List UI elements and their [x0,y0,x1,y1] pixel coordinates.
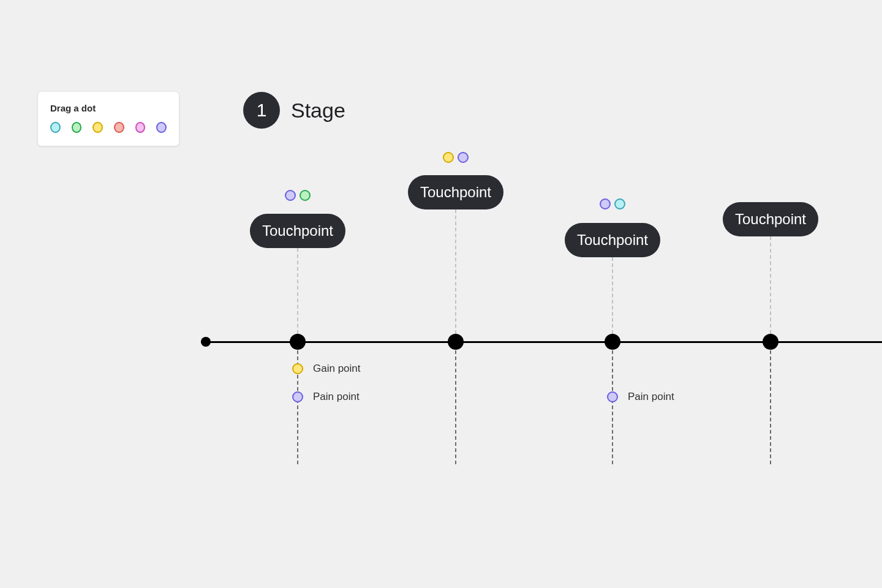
dot-violet-icon [292,391,303,402]
timeline-node[interactable] [290,334,306,350]
palette-dot-coral[interactable] [114,122,124,133]
timeline-node[interactable] [605,334,620,350]
touchpoint-label: Touchpoint [262,222,333,239]
annotation-label: Pain point [313,391,360,403]
touchpoint-stem-upper [297,248,298,334]
touchpoint-stem-lower [612,350,613,464]
touchpoint-stem-lower [770,350,771,464]
drag-dot-palette: Drag a dot [38,92,179,146]
palette-dot-yellow[interactable] [92,122,103,133]
annotation-label: Pain point [628,391,674,403]
touchpoint-pill[interactable]: Touchpoint [408,175,503,209]
palette-dot-green[interactable] [72,122,82,133]
touchpoint-stem-upper [612,257,613,334]
stage-label: Stage [291,99,345,123]
dot-cyan-icon[interactable] [614,198,625,209]
timeline-start-dot [201,337,211,347]
stage-header: 1 Stage [243,92,345,129]
palette-dot-violet[interactable] [156,122,167,133]
stage-number-badge: 1 [243,92,280,129]
timeline-node[interactable] [763,334,778,350]
touchpoint-pill[interactable]: Touchpoint [250,214,345,248]
touchpoint-stem-upper [770,236,771,334]
annotation-label: Gain point [313,363,361,375]
journey-timeline: TouchpointGain pointPain pointTouchpoint… [0,0,882,588]
touchpoint-label: Touchpoint [735,211,806,228]
dot-yellow-icon [292,363,303,374]
palette-dot-cyan[interactable] [50,122,61,133]
dot-violet-icon[interactable] [458,152,469,163]
dot-violet-icon[interactable] [600,198,611,209]
palette-dot-pink[interactable] [135,122,146,133]
timeline-axis [201,341,882,343]
palette-title: Drag a dot [50,103,167,113]
dot-yellow-icon[interactable] [443,152,454,163]
palette-dot-row [50,122,167,133]
touchpoint-label: Touchpoint [420,184,491,201]
touchpoint-pill[interactable]: Touchpoint [723,202,818,236]
annotation-row[interactable]: Gain point [292,363,361,375]
dot-violet-icon[interactable] [285,190,296,201]
touchpoint-label: Touchpoint [577,232,648,249]
touchpoint-dots [600,198,625,209]
annotation-row[interactable]: Pain point [292,391,360,403]
annotation-row[interactable]: Pain point [607,391,674,403]
dot-green-icon[interactable] [300,190,311,201]
touchpoint-stem-lower [455,350,456,464]
touchpoint-stem-upper [455,209,456,334]
dot-violet-icon [607,391,618,402]
touchpoint-pill[interactable]: Touchpoint [565,223,660,257]
touchpoint-dots [285,190,311,201]
timeline-node[interactable] [448,334,464,350]
touchpoint-dots [443,152,469,163]
